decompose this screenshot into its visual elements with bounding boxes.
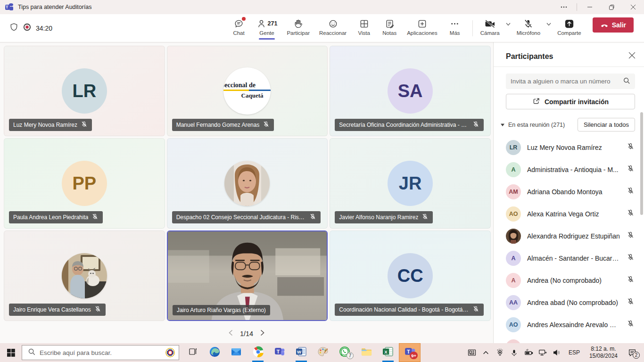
pager-next-button[interactable] (260, 329, 265, 337)
toolbar-label: Gente (259, 30, 274, 36)
taskbar-search[interactable] (22, 345, 179, 360)
word-icon: W (296, 346, 307, 359)
maximize-button[interactable] (601, 0, 622, 14)
micoff-icon (523, 18, 533, 29)
start-button[interactable] (0, 343, 22, 362)
tile-name-label: Despacho 02 Consejo Seccional Judicatura… (172, 211, 321, 223)
plus-icon (417, 18, 427, 29)
panel-close-icon[interactable] (628, 52, 636, 61)
language-indicator[interactable]: ESP (565, 349, 584, 356)
taskbar-paint-button[interactable] (312, 343, 334, 362)
toolbar-label: Vista (358, 30, 370, 36)
video-tile-7[interactable]: Jairo Enrique Vera Castellanos (4, 230, 165, 321)
participant-row[interactable]: AAlmacén - Santander - Bucara... (494, 247, 644, 269)
video-tile-9[interactable]: CCCoordinación Nacional Calidad - Bogotá… (330, 230, 491, 321)
taskbar-search-input[interactable] (40, 349, 161, 356)
tile-name-label: Jairo Arturo Riaño Vargas (Externo) (173, 305, 270, 315)
people-icon: 271 (256, 18, 278, 29)
participant-row[interactable]: AAndrea (No comprobado) (494, 269, 644, 291)
leave-button[interactable]: Salir (593, 17, 634, 33)
toolbar-divider (472, 20, 473, 36)
camera-in-use-icon[interactable] (494, 343, 506, 362)
tray-expand-icon[interactable] (480, 343, 492, 362)
taskbar-mail-button[interactable] (225, 343, 247, 362)
invite-search[interactable] (506, 74, 635, 89)
participant-avatar: AA (506, 295, 521, 310)
close-button[interactable] (622, 0, 644, 14)
widgets-icon[interactable] (466, 343, 478, 362)
toolbar-notas[interactable]: Notas (379, 16, 400, 40)
participant-row[interactable]: AMAdriana Obando Montoya (494, 181, 644, 203)
battery-icon[interactable] (522, 343, 535, 362)
cámara-button[interactable]: Cámara (478, 16, 503, 40)
panel-divider (494, 66, 644, 67)
network-icon[interactable] (537, 343, 549, 362)
chrome-icon (252, 346, 264, 360)
panel-scrollbar[interactable] (640, 112, 643, 215)
grid-icon (359, 18, 369, 29)
meeting-toolbar: 34:20 Chat271GenteParticiparReaccionarVi… (0, 14, 644, 42)
mic-muted-icon (627, 187, 635, 197)
toolbar-gente[interactable]: 271Gente (254, 16, 281, 40)
taskbar-chrome-button[interactable] (247, 343, 269, 362)
toolbar-label: Reaccionar (319, 30, 347, 36)
participant-row[interactable]: AAAndrea abad (No comprobado) (494, 291, 644, 313)
org-logo-avatar: Seccional deCaquetá (223, 67, 271, 115)
toolbar-más[interactable]: Más (444, 16, 466, 40)
share-invitation-button[interactable]: Compartir invitación (506, 94, 635, 109)
hand-icon (293, 18, 303, 29)
participant-avatar (506, 339, 521, 344)
participant-row[interactable] (494, 336, 644, 343)
taskbar-explorer-button[interactable] (355, 343, 377, 362)
microphone-in-use-icon[interactable] (508, 343, 520, 362)
svg-text:T: T (407, 349, 410, 354)
invite-search-input[interactable] (511, 78, 623, 85)
micrófono-button[interactable]: Micrófono (514, 16, 544, 40)
taskbar-whatsapp-button[interactable]: 7 (334, 343, 355, 362)
toolbar-chat[interactable]: Chat (228, 16, 250, 40)
svg-text:W: W (297, 349, 301, 354)
video-tile-2[interactable]: Seccional deCaquetáManuel Fernando Gomez… (167, 46, 328, 136)
taskbar-task-view-button[interactable] (182, 343, 204, 362)
comparte-button[interactable]: Comparte (554, 16, 584, 40)
in-meeting-section-toggle[interactable]: En esta reunión (271) (500, 122, 565, 128)
video-tile-4[interactable]: PPPaula Andrea Leon Piedrahita (4, 138, 165, 229)
toolbar-reaccionar[interactable]: Reaccionar (316, 16, 349, 40)
meeting-timer: 34:20 (36, 25, 52, 32)
chevron-down-icon[interactable] (504, 16, 513, 33)
participant-row[interactable]: AOAndres Alexsaindre Arevalo Os... (494, 313, 644, 336)
video-tile-6[interactable]: JRJavier Alfonso Naranjo Ramirez (330, 138, 491, 229)
participant-row[interactable]: Alexandra Rodriguez Estupiñan (494, 225, 644, 247)
mic-muted-icon (627, 142, 635, 152)
video-tile-5[interactable]: Despacho 02 Consejo Seccional Judicatura… (167, 138, 328, 229)
participant-row[interactable]: AAdministrativa - Antioquia - M... (494, 158, 644, 181)
mic-muted-icon (472, 305, 479, 314)
minimize-button[interactable] (579, 0, 601, 14)
shield-icon (9, 23, 18, 33)
notification-center-button[interactable]: 2 (623, 343, 641, 362)
taskbar-word-button[interactable]: W (290, 343, 312, 362)
toolbar-vista[interactable]: Vista (353, 16, 375, 40)
participant-name: Secretaría Oficina Coordinación Administ… (339, 122, 469, 128)
taskbar-teams-button[interactable]: T (269, 343, 290, 362)
toolbar-participar[interactable]: Participar (284, 16, 313, 40)
taskbar-excel-button[interactable]: X (377, 343, 399, 362)
taskbar-edge-button[interactable] (204, 343, 225, 362)
pager-prev-button[interactable] (228, 329, 233, 337)
participant-count: 271 (268, 20, 278, 27)
video-tile-1[interactable]: LRLuz Mery Novoa Ramírez (4, 46, 165, 136)
participant-row[interactable]: AOAlexa Katrina Vega Ortiz (494, 203, 644, 225)
participant-row[interactable]: LRLuz Mery Novoa Ramírez (494, 136, 644, 158)
video-tile-3[interactable]: SASecretaría Oficina Coordinación Admini… (330, 46, 491, 136)
video-tile-8[interactable]: Jairo Arturo Riaño Vargas (Externo) (167, 230, 328, 321)
clock[interactable]: 8:12 a. m. 15/08/2024 (586, 346, 621, 360)
chevron-down-icon[interactable] (544, 16, 553, 33)
mic-muted-icon (81, 121, 88, 129)
titlebar-more-button[interactable] (553, 0, 575, 14)
tile-name-label: Secretaría Oficina Coordinación Administ… (335, 119, 484, 131)
speaker-icon[interactable] (551, 343, 563, 362)
logo-text-1: Seccional de (223, 82, 271, 89)
mute-all-button[interactable]: Silenciar a todos (578, 118, 635, 132)
taskbar-teams-meeting-button[interactable]: T9+ (399, 343, 421, 362)
toolbar-aplicaciones[interactable]: Aplicaciones (404, 16, 440, 40)
